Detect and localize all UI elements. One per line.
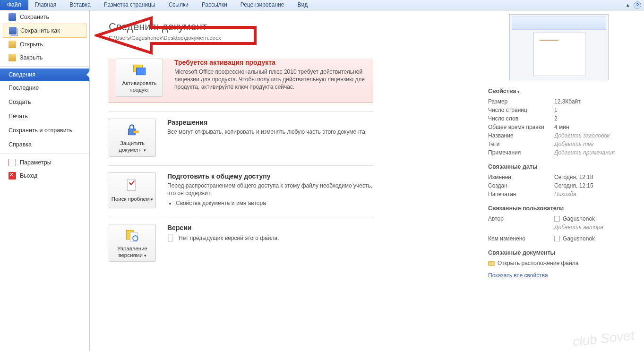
close-icon (9, 54, 16, 61)
sidebar-new[interactable]: Создать (0, 95, 89, 109)
sidebar-print[interactable]: Печать (0, 109, 89, 123)
versions-text: Нет предыдущих версий этого файла. (179, 235, 279, 241)
changed-by-row: Кем измененоGagushonok (488, 234, 630, 243)
exit-icon (9, 172, 16, 180)
docs-heading: Связанные документы (488, 249, 630, 256)
tab-file[interactable]: Файл (0, 0, 28, 10)
minimize-ribbon-icon[interactable]: ▴ (624, 1, 632, 9)
tab-insert[interactable]: Вставка (63, 0, 97, 10)
sidebar-save-send[interactable]: Сохранить и отправить (0, 123, 89, 137)
property-row: Число слов2 (488, 114, 630, 123)
check-issues-button[interactable]: Поиск проблем (109, 172, 156, 208)
date-row: СозданСегодня, 12:15 (488, 181, 630, 190)
tab-page-layout[interactable]: Разметка страницы (97, 0, 162, 10)
svg-rect-3 (133, 131, 138, 133)
tab-view[interactable]: Вид (291, 0, 314, 10)
versions-icon (124, 227, 140, 243)
svg-marker-10 (97, 18, 255, 53)
prepare-item: Свойства документа и имя автора (176, 200, 373, 206)
sidebar-save[interactable]: Сохранить (0, 10, 89, 24)
permissions-title: Разрешения (167, 119, 373, 126)
ribbon: Файл Главная Вставка Разметка страницы С… (0, 0, 644, 10)
tab-references[interactable]: Ссылки (162, 0, 195, 10)
date-row: НапечатанНикогда (488, 190, 630, 198)
sidebar-info[interactable]: Сведения (0, 68, 89, 81)
document-icon (167, 234, 175, 242)
prepare-text: Перед распространением общего доступа к … (167, 182, 373, 197)
right-panel: Свойства Размер12,3КбайтЧисло страниц1Чи… (488, 14, 630, 279)
users-heading: Связанные пользователи (488, 205, 630, 212)
property-row: Общее время правки4 мин (488, 123, 630, 131)
permissions-text: Все могут открывать, копировать и изменя… (167, 128, 373, 136)
svg-rect-1 (137, 68, 146, 75)
properties-heading[interactable]: Свойства (488, 88, 630, 94)
property-row: Размер12,3Кбайт (488, 97, 630, 106)
property-row[interactable]: ПримечанияДобавить примечания (488, 148, 630, 157)
property-row[interactable]: НазваниеДобавить заголовок (488, 131, 630, 140)
sidebar-options[interactable]: Параметры (0, 156, 89, 169)
prepare-title: Подготовить к общему доступу (167, 172, 373, 180)
open-location[interactable]: Открыть расположение файла (488, 259, 630, 267)
sidebar-save-as[interactable]: Сохранить как (3, 24, 86, 38)
sidebar-close[interactable]: Закрыть (0, 51, 89, 64)
show-all-properties[interactable]: Показать все свойства (488, 272, 548, 279)
svg-rect-9 (489, 261, 494, 265)
sidebar-recent[interactable]: Последние (0, 81, 89, 95)
svg-rect-8 (168, 235, 173, 241)
save-as-icon (9, 27, 17, 34)
annotation-arrow (94, 14, 265, 61)
inspect-icon (124, 178, 140, 194)
author-row: АвторGagushonok (488, 214, 630, 223)
sidebar-exit[interactable]: Выход (0, 169, 89, 182)
options-icon (9, 159, 16, 166)
tab-review[interactable]: Рецензирование (234, 0, 291, 10)
folder-icon (488, 260, 495, 266)
tab-home[interactable]: Главная (28, 0, 63, 10)
sidebar-help[interactable]: Справка (0, 137, 89, 152)
open-icon (9, 41, 16, 48)
protect-document-button[interactable]: Защитить документ (109, 119, 156, 157)
activate-product-button[interactable]: Активировать продукт (116, 59, 163, 97)
property-row: Число страниц1 (488, 106, 630, 114)
add-author-row[interactable]: Добавить автора (488, 223, 630, 231)
property-row[interactable]: ТегиДобавить тег (488, 140, 630, 148)
document-preview[interactable] (509, 14, 609, 80)
date-row: ИзмененСегодня, 12:18 (488, 173, 630, 181)
lock-key-icon (124, 122, 140, 138)
dates-heading: Связанные даты (488, 163, 630, 170)
backstage-sidebar: Сохранить Сохранить как Открыть Закрыть … (0, 10, 90, 351)
versions-title: Версии (167, 224, 373, 231)
tab-mailings[interactable]: Рассылки (195, 0, 234, 10)
help-icon[interactable]: ? (634, 1, 641, 9)
save-icon (9, 13, 16, 21)
activation-text: Microsoft Office профессиональный плюс 2… (174, 68, 366, 91)
activate-icon (131, 62, 147, 78)
manage-versions-button[interactable]: Управление версиями (109, 224, 156, 262)
sidebar-open[interactable]: Открыть (0, 38, 89, 51)
